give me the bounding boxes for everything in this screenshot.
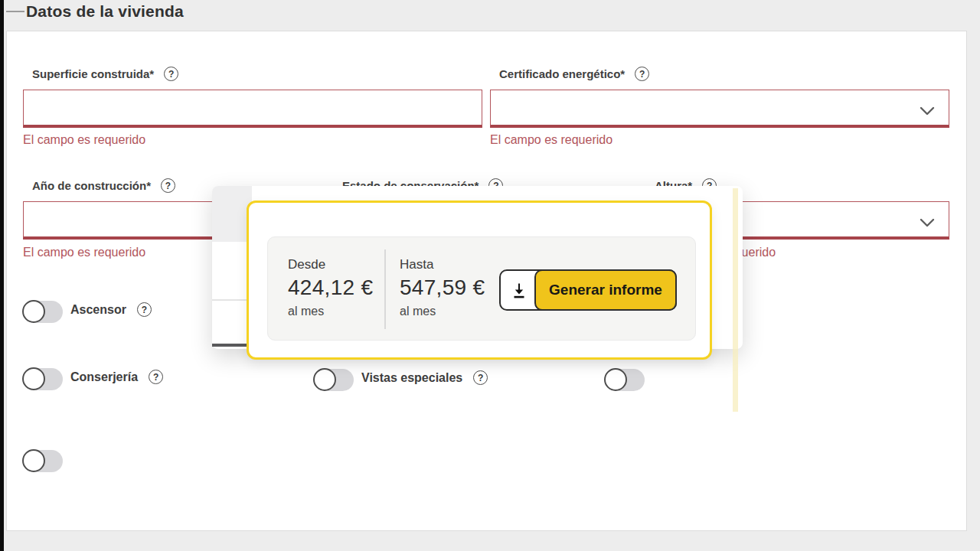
price-divider — [384, 249, 386, 329]
certificado-energetico-select[interactable] — [490, 90, 949, 128]
superficie-error: El campo es requerido — [23, 133, 145, 147]
price-estimate-popup: Desde 424,12 € al mes Hasta 547,59 € al … — [247, 201, 712, 360]
price-card: Desde 424,12 € al mes Hasta 547,59 € al … — [267, 236, 696, 341]
screen-edge-bar — [0, 0, 4, 551]
download-icon — [510, 282, 528, 303]
vistas-especiales-toggle[interactable] — [314, 369, 354, 391]
price-to-block: Hasta 547,59 € al mes — [400, 257, 485, 318]
anio-label: Año de construcción* — [32, 179, 151, 192]
ascensor-label-group: Ascensor ? — [70, 302, 152, 317]
help-icon[interactable]: ? — [635, 67, 649, 81]
zonas-comunitarias-toggle[interactable] — [23, 450, 63, 472]
vistas-label-group: Vistas especiales ? — [361, 370, 488, 385]
price-to-label: Hasta — [400, 257, 485, 272]
divider-fragment-dark — [212, 344, 247, 347]
price-from-period: al mes — [288, 305, 373, 318]
conserjeria-label-group: Conserjería ? — [70, 370, 163, 384]
generate-report-label: Generar informe — [534, 269, 677, 311]
superficie-label: Superficie construida* — [32, 67, 154, 80]
price-from-label: Desde — [288, 257, 373, 272]
help-icon[interactable]: ? — [161, 178, 175, 193]
toggle-knob — [604, 368, 627, 391]
title-dash — [6, 11, 24, 12]
price-to-period: al mes — [400, 305, 485, 318]
toggle-knob — [22, 367, 45, 390]
toggle-knob — [22, 300, 45, 323]
certificado-error: El campo es requerido — [490, 133, 612, 147]
page-title: Datos de la vivienda — [26, 2, 184, 21]
ascensor-label: Ascensor — [70, 303, 126, 317]
price-from-value: 424,12 € — [288, 276, 373, 300]
generate-report-button[interactable]: Generar informe — [499, 269, 677, 311]
piscina-toggle[interactable] — [605, 369, 645, 391]
superficie-label-group: Superficie construida* ? — [32, 67, 178, 81]
vistas-especiales-label: Vistas especiales — [361, 371, 462, 385]
price-to-value: 547,59 € — [400, 276, 485, 300]
certificado-label-group: Certificado energético* ? — [499, 67, 649, 81]
anio-error: El campo es requerido — [23, 246, 145, 259]
anio-label-group: Año de construcción* ? — [32, 178, 175, 193]
ascensor-toggle[interactable] — [23, 301, 63, 323]
superficie-input[interactable] — [23, 90, 482, 128]
help-icon[interactable]: ? — [473, 370, 488, 385]
toggle-knob — [22, 449, 45, 472]
highlight-strip — [733, 188, 738, 412]
conserjeria-label: Conserjería — [70, 370, 138, 384]
help-icon[interactable]: ? — [137, 302, 152, 317]
price-from-block: Desde 424,12 € al mes — [288, 257, 373, 318]
chevron-down-icon — [920, 217, 935, 230]
toggle-knob — [313, 368, 336, 391]
conserjeria-toggle[interactable] — [23, 368, 63, 390]
help-icon[interactable]: ? — [164, 67, 178, 81]
certificado-label: Certificado energético* — [499, 67, 625, 80]
divider-fragment-light — [212, 299, 247, 301]
chevron-down-icon — [920, 105, 935, 119]
help-icon[interactable]: ? — [149, 370, 163, 384]
